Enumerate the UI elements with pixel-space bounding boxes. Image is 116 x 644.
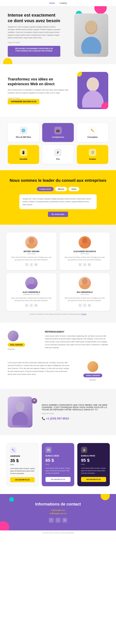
social-instagram-2[interactable]: © (34, 304, 38, 307)
feature-label-sites: Plus de 500 Sites (11, 136, 35, 138)
pricing-icon-0: 🔧 (10, 447, 16, 453)
leader-tab-1[interactable]: Mission (55, 187, 67, 191)
quote-left: PAUL HUDSON Directeur (8, 330, 39, 350)
leader-tab-0[interactable]: Longue durée (37, 187, 54, 191)
social-twitter-2[interactable]: t (30, 304, 33, 307)
director-avatar (87, 361, 98, 372)
contact-social: f t © (8, 518, 108, 523)
leader-content-text: Sample text. Click to Espace egestas fri… (22, 198, 94, 206)
team-source: Quaerito for habitant morbi tristique se… (6, 313, 110, 315)
feature-label-sensible: Sensible (11, 158, 35, 160)
pricing-desc-2: Lorem ipsum dolor sit amet. Lacinia quam… (81, 467, 106, 474)
quote-heading: RÉFÉRENCEMENT (45, 330, 108, 333)
hero-cta-button[interactable]: DÉCOUVREZ UN ENSEMBLE INCROYABLE DE FONC… (8, 46, 60, 57)
team-avatar-placeholder-3 (79, 277, 91, 289)
svg-point-7 (26, 243, 36, 248)
contact-social-facebook[interactable]: f (49, 518, 54, 523)
team-grid: JEFFREY BROWN chef conseil Quisc amet ti… (6, 232, 110, 311)
pricing-card-2: 🔒 BUREAU PRIVÉ 95 $ /mois Lorem ipsum do… (77, 443, 110, 486)
team-name-1: ALEXANDRE RICHARCIO (63, 250, 106, 252)
svg-point-15 (12, 412, 28, 425)
feature-card-sites: 🌐 Plus de 500 Sites (8, 123, 39, 142)
director-person-title: Directeur (89, 379, 96, 381)
team-desc-3: Quisc amet titoril libero molestie ante … (63, 297, 106, 302)
pricing-card-1: 🏢 BUREAU DÉDÉ 65 $ /mois Lorem ipsum dol… (42, 443, 74, 486)
pricing-btn-2[interactable]: EN SAVOIR PLUS (81, 477, 106, 482)
hero-person-image (74, 14, 108, 57)
team-card-3: MAI GREENFIELD chef conseil Quisc amet t… (60, 273, 110, 311)
team-social-3: f t © (63, 304, 106, 307)
hero-person-placeholder (74, 14, 108, 57)
team-avatar-placeholder-0 (25, 236, 38, 248)
pricing-period-2: /mois (81, 464, 106, 465)
pricing-btn-0[interactable]: EN SAVOIR PLUS (10, 477, 35, 482)
quote-title: Directeur (8, 348, 15, 350)
team-desc-0: Quisc amet titoril libero molestie ante … (10, 256, 53, 261)
team-card-2: ALEX GREENFIELD conseillère de chez Nos … (6, 273, 56, 311)
quote-name-badge: PAUL HUDSON (8, 343, 25, 347)
pricing-price-2: 95 $ (81, 458, 106, 463)
svg-point-9 (80, 243, 90, 248)
team-card-0: JEFFREY BROWN chef conseil Quisc amet ti… (6, 232, 56, 270)
nav-home[interactable]: Home (49, 2, 55, 4)
social-instagram-3[interactable]: © (88, 304, 91, 307)
blob-pink-decoration (94, 6, 107, 14)
blob-contact-yellow (101, 494, 110, 500)
pricing-icon-1: 🏢 (45, 447, 52, 453)
svg-point-5 (87, 78, 98, 90)
pricing-period-1: /mois (45, 464, 71, 465)
pricing-btn-1[interactable]: EN SAVOIR PLUS (45, 477, 71, 482)
team-name-3: MAI GREENFIELD (63, 291, 106, 293)
social-facebook-3[interactable]: f (78, 304, 82, 307)
team-source-link[interactable]: Freepik (81, 313, 86, 315)
contact-social-twitter[interactable]: t (56, 518, 60, 523)
social-facebook-2[interactable]: f (25, 304, 28, 307)
contact-social-instagram[interactable]: © (62, 518, 67, 523)
feature-label-competences: Compétences (46, 136, 70, 138)
hero-title: Intense est exactement ce dont vous avez… (8, 12, 60, 24)
svg-point-8 (82, 238, 88, 244)
team-name-0: JEFFREY BROWN (10, 250, 53, 252)
leader-more-button[interactable]: En savoir plus (48, 212, 68, 217)
team-role-1: chef conseil (63, 253, 106, 254)
hero-text-block: Intense est exactement ce dont vous avez… (8, 12, 60, 58)
footer: Créer par Sine sur tous les canaux spéci… (0, 530, 116, 535)
svg-point-14 (16, 402, 24, 412)
director-right: LINDA LARSSON Directeur (77, 361, 108, 381)
features-section: 🌐 Plus de 500 Sites 💼 Compétences ✏️ Con… (0, 117, 116, 170)
pricing-title-1: BUREAU DÉDÉ (45, 455, 71, 457)
social-facebook-1[interactable]: f (78, 263, 82, 266)
section2-body: Sed ut Porta lorem In rempedite In volup… (8, 88, 71, 94)
leader-tab-2[interactable]: Vision (69, 187, 79, 191)
pricing-title-0: ADHÉSION (10, 455, 35, 457)
section2: Transformez vos idées en expériences Web… (0, 64, 116, 117)
feature-label-conception: Conception (81, 136, 105, 138)
section2-cta-button[interactable]: APPRENDRE ENCORE PLUS (8, 99, 39, 104)
contact-title: Informations de contact (8, 502, 108, 506)
nav-landing[interactable]: Landing (60, 2, 67, 4)
social-twitter-0[interactable]: t (30, 263, 33, 266)
team-avatar-3 (79, 277, 91, 289)
team-social-2: f t © (10, 304, 53, 307)
social-instagram-1[interactable]: © (88, 263, 91, 266)
cta-source: Image de Freepik (42, 413, 108, 414)
team-section: JEFFREY BROWN chef conseil Quisc amet ti… (0, 225, 116, 323)
features-row2: 📱 Sensible ✗ Prix 🛡️ Soutien (8, 145, 108, 164)
cta-section: 🏆 NOUS SOMMES CONSCIENTS QUE VOUS MENEZ … (0, 389, 116, 435)
social-twitter-3[interactable]: t (83, 304, 87, 307)
pricing-price-1: 65 $ (45, 458, 71, 463)
feature-card-sensible: 📱 Sensible (8, 145, 39, 164)
svg-point-2 (86, 20, 97, 33)
team-social-1: f t © (63, 263, 106, 266)
section2-source: Image de Freepik (8, 97, 71, 99)
social-twitter-1[interactable]: t (83, 263, 87, 266)
section2-image (77, 72, 108, 109)
social-instagram-0[interactable]: © (34, 263, 38, 266)
contact-phone: r1@freepik.com.au (8, 512, 108, 514)
pricing-card-0: 🔧 ADHÉSION 35 $ /mois Lorem ipsum dolor … (6, 443, 39, 486)
hero-cta-arrow: → (10, 53, 58, 55)
social-facebook-0[interactable]: f (25, 263, 28, 266)
team-desc-2: Quisc amet titoril libero molestie ante … (10, 297, 53, 302)
features-row1: 🌐 Plus de 500 Sites 💼 Compétences ✏️ Con… (8, 123, 108, 142)
svg-point-11 (26, 284, 36, 289)
